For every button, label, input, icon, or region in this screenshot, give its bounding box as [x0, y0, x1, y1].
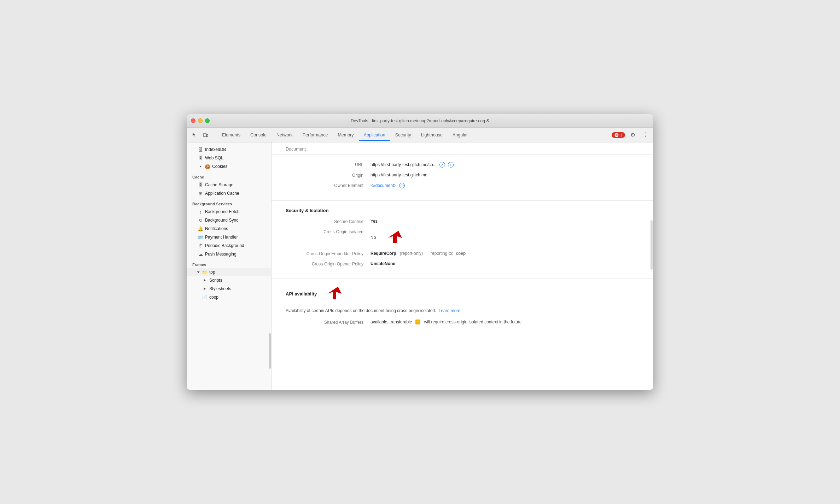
tab-angular[interactable]: Angular — [448, 130, 473, 141]
window-title: DevTools - first-party-test.glitch.me/co… — [351, 118, 489, 123]
origin-value: https://first-party-test.glitch.me — [371, 172, 427, 177]
sidebar-item-periodic-bg[interactable]: ⏱ Periodic Background — [187, 241, 271, 250]
sidebar-item-websql[interactable]: 🗄 Web SQL — [187, 154, 271, 162]
sync-icon: ↻ — [198, 218, 203, 223]
minimize-button[interactable] — [198, 118, 203, 123]
reporting-label: reporting to: — [431, 251, 453, 256]
coi-label: Cross-Origin Isolated — [286, 229, 363, 234]
sidebar-item-push[interactable]: ☁ Push Messaging — [187, 250, 271, 258]
sidebar-item-label: Background Fetch — [205, 209, 239, 214]
sidebar-item-cache-storage[interactable]: 🗄 Cache Storage — [187, 181, 271, 189]
sidebar-item-label: Cache Storage — [205, 182, 233, 187]
url-info-icon[interactable]: ↑ — [448, 162, 454, 168]
api-red-arrow — [320, 286, 342, 302]
tab-application[interactable]: Application — [359, 130, 390, 141]
folder-icon: 📁 — [202, 270, 207, 275]
cross-origin-isolated-row: Cross-Origin Isolated No — [286, 229, 639, 246]
sidebar-item-notifications[interactable]: 🔔 Notifications — [187, 224, 271, 233]
api-section: API availablity Availability of certain … — [272, 279, 653, 337]
sidebar-scrollbar[interactable] — [269, 333, 271, 369]
sab-value-text: available, transferable — [371, 320, 412, 324]
sidebar-item-label: Push Messaging — [205, 252, 237, 257]
sidebar-item-bg-sync[interactable]: ↻ Background Sync — [187, 216, 271, 224]
expand-icon-css — [202, 286, 207, 291]
sab-value: available, transferable ⚠ will require c… — [371, 320, 522, 324]
api-title-text: API availablity — [286, 291, 317, 297]
owner-info-icon[interactable]: ⓘ — [399, 183, 405, 188]
close-button[interactable] — [191, 118, 196, 123]
content-panel: Document URL https://first-party-test.gl… — [272, 142, 653, 390]
origin-row: Origin https://first-party-test.glitch.m… — [286, 172, 639, 178]
sidebar-item-indexeddb[interactable]: 🗄 IndexedDB — [187, 145, 271, 154]
more-options-icon[interactable]: ⋮ — [641, 130, 651, 140]
tab-bar: Elements Console Network Performance Mem… — [217, 129, 611, 141]
tab-console[interactable]: Console — [245, 130, 272, 141]
sidebar-item-stylesheets[interactable]: Stylesheets — [187, 285, 271, 293]
main-content: 🗄 IndexedDB 🗄 Web SQL 🍪 Cookies Cache 🗄 … — [187, 142, 653, 390]
coop-value: UnsafeNone — [371, 261, 395, 266]
sidebar-item-app-cache[interactable]: ⊞ Application Cache — [187, 189, 271, 198]
owner-label: Owner Element — [286, 183, 363, 188]
learn-more-link[interactable]: Learn more — [439, 308, 460, 313]
expand-down-icon — [197, 271, 200, 273]
coi-text: No — [371, 235, 376, 240]
document-section-title: Document — [286, 147, 306, 152]
sidebar-item-label: coop — [209, 295, 218, 300]
grid-icon: ⊞ — [198, 191, 203, 196]
security-section: Security & Isolation Secure Context Yes … — [272, 201, 653, 279]
inspect-icon[interactable] — [189, 130, 199, 140]
db-icon: 🗄 — [198, 147, 203, 152]
coop-row: Cross-Origin Opener Policy UnsafeNone — [286, 261, 639, 266]
device-icon[interactable] — [201, 130, 211, 140]
coep-row: Cross-Origin Embedder Policy RequireCorp… — [286, 251, 639, 256]
coep-value-container: RequireCorp (report-only) reporting to: … — [371, 251, 466, 256]
sidebar-item-label: Periodic Background — [205, 243, 244, 248]
settings-icon[interactable]: ⚙ — [628, 130, 638, 140]
warning-icon: ⚠ — [415, 320, 420, 324]
sidebar-item-bg-fetch[interactable]: ↕ Background Fetch — [187, 207, 271, 216]
error-icon — [614, 133, 619, 137]
sidebar-item-coop[interactable]: 📄 coop — [187, 293, 271, 301]
tab-security[interactable]: Security — [390, 130, 416, 141]
tab-elements[interactable]: Elements — [217, 130, 245, 141]
sidebar-item-payment[interactable]: 🪪 Payment Handler — [187, 233, 271, 241]
tab-lighthouse[interactable]: Lighthouse — [416, 130, 448, 141]
sidebar-item-label: Web SQL — [205, 156, 223, 160]
api-desc-text: Availability of certain APIs depends on … — [286, 308, 436, 313]
tab-performance[interactable]: Performance — [298, 130, 333, 141]
svg-marker-4 — [327, 287, 342, 299]
secure-context-value: Yes — [371, 219, 378, 224]
owner-link[interactable]: <#document> — [371, 183, 396, 188]
content-scrollbar[interactable] — [651, 220, 653, 270]
file-icon: 📄 — [202, 295, 207, 300]
tab-network[interactable]: Network — [272, 130, 298, 141]
api-description: Availability of certain APIs depends on … — [286, 307, 639, 314]
cloud-icon: ☁ — [198, 252, 203, 257]
coep-report-only: (report-only) — [400, 251, 423, 256]
sab-warning-text: will require cross-origin isolated conte… — [424, 320, 521, 324]
tab-memory[interactable]: Memory — [333, 130, 358, 141]
error-badge[interactable]: 1 — [612, 132, 625, 138]
red-arrow-svg — [381, 229, 402, 245]
sidebar-item-top-frame[interactable]: 📁 top — [187, 268, 271, 276]
url-value: https://first-party-test.glitch.me/co...… — [371, 162, 454, 168]
clock-icon: ⏱ — [198, 243, 203, 248]
svg-rect-1 — [206, 134, 208, 137]
expand-icon-scripts — [202, 278, 207, 283]
url-link-icon[interactable]: ↗ — [439, 162, 445, 168]
cookie-icon: 🍪 — [205, 164, 210, 169]
reporting-value: coep — [456, 251, 466, 256]
svg-marker-3 — [388, 231, 402, 243]
sidebar-item-label: Notifications — [205, 226, 228, 231]
devtools-window: DevTools - first-party-test.glitch.me/co… — [187, 114, 653, 390]
url-label: URL — [286, 162, 363, 167]
cache-icon: 🗄 — [198, 182, 203, 187]
owner-row: Owner Element <#document> ⓘ — [286, 183, 639, 188]
api-arrow-svg — [320, 286, 342, 301]
maximize-button[interactable] — [205, 118, 210, 123]
secure-context-text: Yes — [371, 219, 378, 224]
sidebar-item-cookies[interactable]: 🍪 Cookies — [187, 162, 271, 171]
sidebar-item-scripts[interactable]: Scripts — [187, 276, 271, 285]
url-row: URL https://first-party-test.glitch.me/c… — [286, 162, 639, 168]
sidebar-item-label: Stylesheets — [209, 286, 231, 291]
